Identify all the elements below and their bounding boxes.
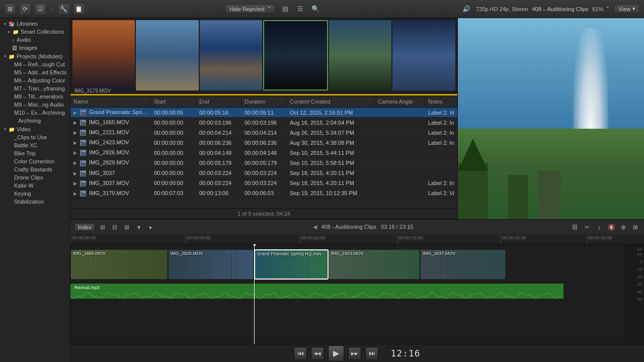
timeline-playhead[interactable] <box>254 244 255 344</box>
sidebar-item-audio[interactable]: ♪ Audio <box>0 36 70 44</box>
col-header-name[interactable]: Name <box>70 97 151 106</box>
timeline-icon-audio[interactable]: ♪ <box>595 223 604 232</box>
sidebar-item-m6[interactable]: M6 – Adjusting Color <box>0 76 70 84</box>
list-row-6[interactable]: ▶ 🎬 IMG_3037 00:00:00:00 00:00:03:224 00… <box>70 168 457 178</box>
toolbar-btn-5[interactable]: 📋 <box>73 3 85 15</box>
timeline-icon-4[interactable]: ▾ <box>134 223 143 232</box>
sidebar-item-m9[interactable]: M9 – Mixi...ng Audio <box>0 101 70 109</box>
sidebar-item-m4[interactable]: M4 – Refi...ough Cut <box>0 60 70 68</box>
sidebar-libraries-header[interactable]: ▸ 📚 Libraries <box>0 19 70 28</box>
film-thumb-1[interactable] <box>72 20 135 90</box>
rewind-btn[interactable]: ◂◂ <box>311 347 324 360</box>
sidebar-item-smart-collections[interactable]: ▸ 📁 Smart Collections <box>0 28 70 36</box>
hide-rejected-btn[interactable]: Hide Rejected ⌃ <box>225 4 275 14</box>
sidebar-label-clips-to-use: _Clips to Use <box>14 134 47 140</box>
view-button[interactable]: View ▾ <box>614 4 640 14</box>
sidebar-item-m10[interactable]: M10 – Ex...Archiving <box>0 109 70 117</box>
timeline-index-btn[interactable]: Index <box>74 223 95 231</box>
list-row-2[interactable]: ▶ 🎬 IMG_2221.MOV 00:00:00:00 00:00:04:21… <box>70 128 457 138</box>
list-row-5[interactable]: ▶ 🎬 IMG_2829.MOV 00:00:00:00 00:00:05:17… <box>70 158 457 168</box>
sidebar-item-stabilization[interactable]: Stabilization <box>0 198 70 206</box>
sidebar-item-images[interactable]: 🖼 Images <box>0 44 70 52</box>
video-clip-3[interactable]: IMG_2423.MOV <box>329 249 420 280</box>
play-btn[interactable]: ▶ <box>328 345 344 361</box>
toolbar-btn-2[interactable]: ⟳ <box>19 3 31 15</box>
toolbar-btn-3[interactable]: ☑ <box>34 3 46 15</box>
list-row-8[interactable]: ▶ 🎬 IMG_3179.MOV 00:00:07:03 00:00:13:06… <box>70 189 457 199</box>
sidebar-item-battle-xc[interactable]: Battle XC <box>0 141 70 149</box>
cell-end-0: 00:00:05:16 <box>196 109 242 117</box>
sidebar-item-m5[interactable]: M5 – Add...ed Effects <box>0 68 70 76</box>
list-view[interactable]: Name Start End Duration Content Created … <box>70 96 457 208</box>
timeline-icon-fit[interactable]: ⊞ <box>631 223 640 232</box>
timeline-icon-5[interactable]: ▸ <box>146 223 155 232</box>
video-clip-1[interactable]: IMG_2829.MOV <box>168 249 254 280</box>
timeline-icon-1[interactable]: ⊞ <box>98 223 107 232</box>
row-icon-5: 🎬 <box>80 160 86 166</box>
sidebar-item-m8[interactable]: M8 – Titl...enerators <box>0 93 70 101</box>
sidebar-video-header[interactable]: ▾ 📁 Video <box>0 125 70 133</box>
sidebar-label-drone-clips: Drone Clips <box>14 174 43 180</box>
list-row-4[interactable]: ▶ 🎬 IMG_2826.MOV 00:00:00:00 00:00:04:14… <box>70 148 457 158</box>
list-row-1[interactable]: ▶ 🎬 IMG_1665.MOV 00:00:00:00 00:00:03:19… <box>70 118 457 128</box>
film-thumb-4[interactable] <box>263 20 328 90</box>
col-header-end[interactable]: End <box>196 97 242 106</box>
prev-frame-btn[interactable]: ⏮ <box>294 347 307 360</box>
cell-end-2: 00:00:04:214 <box>196 129 242 137</box>
cell-dur-3: 00:00:06:236 <box>242 139 287 147</box>
sidebar-item-crafty-bastards[interactable]: Crafty Bastards <box>0 165 70 173</box>
list-icon[interactable]: ☰ <box>295 4 306 15</box>
list-rows-container: ▶ 🎬 Grand Prasmatic Sprin... 00:00:00:05… <box>70 108 457 199</box>
video-clip-2[interactable]: Grand Prismatic Spring HQ.mov <box>254 249 329 280</box>
next-frame-btn[interactable]: ⏭ <box>365 347 378 360</box>
sidebar-item-keying[interactable]: Keying <box>0 190 70 198</box>
list-row-7[interactable]: ▶ 🎬 IMG_3037.MOV 00:00:00:00 00:00:03:22… <box>70 178 457 189</box>
col-header-duration[interactable]: Duration <box>242 97 287 106</box>
timeline-icon-blade[interactable]: ✂ <box>583 223 592 232</box>
cell-notes-1: Label 2: In <box>425 119 457 127</box>
timeline-icon-mute[interactable]: 🔇 <box>607 223 616 232</box>
svg-rect-5 <box>508 175 528 219</box>
timeline-icon-link[interactable]: ⛓ <box>571 223 580 232</box>
cell-name-7: ▶ 🎬 IMG_3037.MOV <box>70 179 151 188</box>
col-header-content-created[interactable]: Content Created <box>287 97 375 106</box>
cell-notes-8: Label 2: Vi <box>425 189 457 197</box>
cell-name-1: ▶ 🎬 IMG_1665.MOV <box>70 118 151 127</box>
sidebar-item-m7[interactable]: M7 – Tran...yframing <box>0 84 70 93</box>
sidebar-item-katie-w[interactable]: Katie W <box>0 182 70 190</box>
audio-clip-0[interactable]: Revival.mp3 <box>70 284 564 299</box>
sidebar-projects-header[interactable]: ▾ 📁 Projects (Modules) <box>0 52 70 60</box>
sidebar-label-projects: Projects (Modules) <box>17 53 63 59</box>
toolbar-btn-4[interactable]: 🔧 <box>58 3 70 15</box>
sidebar-item-clips-to-use[interactable]: _Clips to Use <box>0 133 70 141</box>
film-thumb-3[interactable] <box>200 20 262 90</box>
film-thumb-5[interactable] <box>329 20 391 90</box>
list-row-0[interactable]: ▶ 🎬 Grand Prasmatic Sprin... 00:00:00:05… <box>70 108 457 118</box>
sidebar-item-color-correction[interactable]: Color Correction <box>0 157 70 165</box>
forward-btn[interactable]: ▸▸ <box>348 347 361 360</box>
cell-name-5: ▶ 🎬 IMG_2829.MOV <box>70 158 151 167</box>
sidebar-item-bike-trip[interactable]: Bike Trip <box>0 149 70 157</box>
cell-name-8: ▶ 🎬 IMG_3179.MOV <box>70 189 151 198</box>
film-thumb-2[interactable] <box>136 20 198 90</box>
video-clip-4[interactable]: IMG_3037.MOV <box>420 249 506 280</box>
toolbar-btn-1[interactable]: ⊞ <box>4 3 16 15</box>
film-thumb-6[interactable] <box>392 20 455 90</box>
sidebar-label-katie-w: Katie W <box>14 183 34 189</box>
sidebar-item-archiving[interactable]: Archiving <box>0 117 70 125</box>
db-label-0: 0 <box>640 259 642 264</box>
cell-end-7: 00:00:03:224 <box>196 179 242 187</box>
timeline-icon-solo[interactable]: ⊕ <box>619 223 628 232</box>
speaker-icon[interactable]: 🔊 <box>461 4 472 15</box>
sidebar-item-drone-clips[interactable]: Drone Clips <box>0 173 70 182</box>
db-label-30: -30 <box>636 282 642 287</box>
video-clip-0[interactable]: IMG_1665.MOV <box>70 249 168 280</box>
col-header-camera-angle[interactable]: Camera Angle <box>375 97 425 106</box>
list-row-3[interactable]: ▶ 🎬 IMG_2423.MOV 00:00:00:00 00:00:06:23… <box>70 138 457 148</box>
timeline-icon-2[interactable]: ⊟ <box>110 223 119 232</box>
timeline-icon-3[interactable]: ⊞ <box>122 223 131 232</box>
search-icon[interactable]: 🔍 <box>310 4 321 15</box>
filmstrip-icon[interactable]: ▤ <box>280 4 291 15</box>
col-header-notes[interactable]: Notes <box>425 97 457 106</box>
col-header-start[interactable]: Start <box>151 97 196 106</box>
